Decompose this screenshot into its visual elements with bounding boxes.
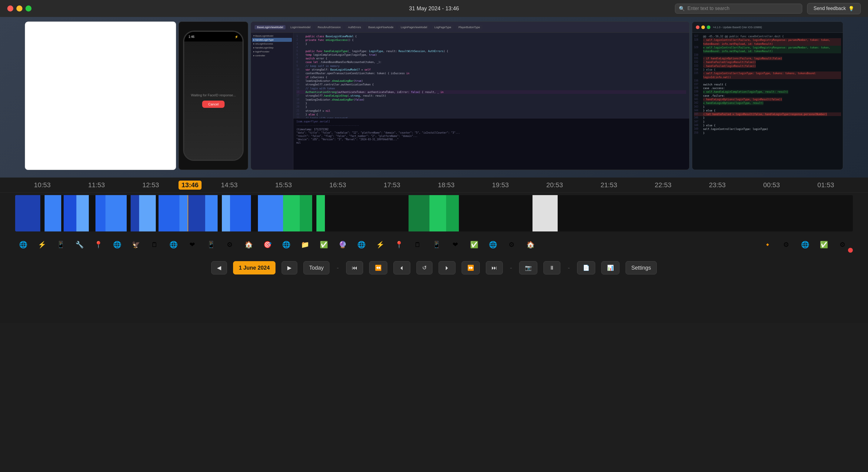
activity-seg <box>158 195 179 231</box>
sidebar-item-1[interactable]: ▾ BaseLoginModel <box>252 34 292 38</box>
activity-timeline[interactable] <box>15 195 853 231</box>
activity-seg <box>258 195 283 231</box>
play-button[interactable]: ▶ <box>282 261 297 275</box>
fast-fwd-button[interactable]: ⏩ <box>462 261 480 275</box>
main-content-area: 1:46 ⚡ Waiting for FaceID response... Ca… <box>0 17 868 178</box>
xcode-editor-window: BaseLoginViewModel LoginViewModel Result… <box>251 22 689 170</box>
prev-button[interactable]: ◀ <box>211 261 227 275</box>
send-feedback-label: Send feedback <box>813 6 846 11</box>
app-icon-13: 🏠 <box>241 237 256 253</box>
app-icon-26: 🌐 <box>485 237 501 253</box>
src-code-body[interactable]: 327@@ -45,-56,32 @@ public func caseOnCo… <box>692 33 843 170</box>
app-icon-25: ✅ <box>466 237 482 253</box>
app-icon-11: 📱 <box>203 237 219 253</box>
xcode-tab-5[interactable]: BaseLoginFlowNode <box>366 25 396 29</box>
today-label: Today <box>309 265 324 271</box>
sim-cancel-btn[interactable]: Cancel <box>202 101 224 108</box>
activity-seg <box>89 195 95 231</box>
app-icon-19: 🌐 <box>353 237 369 253</box>
separator-1: - <box>336 264 340 272</box>
timestamps-row: 10:53 11:53 12:53 13:46 14:53 15:53 16:5… <box>0 178 868 193</box>
app-icon-6: 🌐 <box>109 237 125 253</box>
activity-seg <box>408 195 430 231</box>
settings-label: Settings <box>631 265 651 271</box>
camera-icon: 📷 <box>525 264 532 271</box>
date-button[interactable]: 1 June 2024 <box>233 261 276 275</box>
ts-1853: 18:53 <box>419 181 473 189</box>
app-icons-row: 🌐 ⚡ 📱 🔧 📍 🌐 🦅 🗒 🌐 ❤ 📱 ⚙ 🏠 🎯 🌐 📁 ✅ 🔮 🌐 ⚡ … <box>0 234 868 256</box>
activity-seg <box>139 195 156 231</box>
xcode-tab-3[interactable]: ResultAuthSession <box>315 25 343 29</box>
xcode-tab-active[interactable]: BaseLoginViewModel <box>255 25 285 29</box>
activity-seg <box>312 195 316 231</box>
activity-seg <box>131 195 139 231</box>
activity-seg <box>156 195 158 231</box>
close-button[interactable] <box>7 5 13 11</box>
step-fwd-icon: ⏵ <box>444 265 450 271</box>
rewind-button[interactable]: ⏪ <box>369 261 387 275</box>
step-back-icon: ⏴ <box>399 265 405 271</box>
sidebar-item-active[interactable]: ▸ handleLoginType <box>252 38 292 42</box>
red-recording-dot <box>848 248 853 253</box>
activity-seg <box>251 195 258 231</box>
src-toolbar: +4.1.0 - Update BaseID (Ver IOS-10989) <box>692 22 843 33</box>
app-icon-with-badge: ⚙ <box>835 237 853 253</box>
refresh-button[interactable]: ↺ <box>416 261 433 275</box>
xcode-tab-8[interactable]: PlayerButtonType <box>456 25 483 29</box>
pause-button[interactable]: ⏸ <box>544 261 560 275</box>
xcode-tab-6[interactable]: LoginPageViewModel <box>398 25 430 29</box>
simulator-status-bar: 1:46 ⚡ <box>184 32 243 41</box>
app-icon-r4: ✅ <box>816 237 832 253</box>
doc-button[interactable]: 📄 <box>577 261 595 275</box>
source-code-window: +4.1.0 - Update BaseID (Ver IOS-10989) 3… <box>692 22 843 170</box>
camera-button[interactable]: 📷 <box>519 261 537 275</box>
ts-2353: 23:53 <box>690 181 744 189</box>
app-icon-28: 🏠 <box>523 237 538 253</box>
playback-controls: ◀ 1 June 2024 ▶ Today - ⏮ ⏪ ⏴ ↺ ⏵ ⏩ <box>0 256 868 280</box>
maximize-button[interactable] <box>26 5 32 11</box>
activity-seg-white <box>532 195 558 231</box>
activity-seg <box>76 195 89 231</box>
search-box[interactable]: 🔍 <box>675 4 802 13</box>
activity-seg <box>205 195 218 231</box>
activity-seg <box>95 195 105 231</box>
sidebar-item-3[interactable]: ▸ handleLoginStep <box>252 46 292 50</box>
search-input[interactable] <box>687 6 798 11</box>
step-back-button[interactable]: ⏴ <box>393 261 410 275</box>
ts-1753: 17:53 <box>365 181 419 189</box>
ts-0153: 01:53 <box>799 181 853 189</box>
title-bar-right: 🔍 Send feedback 💡 <box>675 3 861 14</box>
activity-seg <box>325 195 367 231</box>
ts-1153: 11:53 <box>69 181 124 189</box>
xcode-tab-4[interactable]: AuthErrors <box>345 25 363 29</box>
skip-start-button[interactable]: ⏮ <box>346 261 363 275</box>
activity-seg <box>466 195 491 231</box>
ts-1346-active[interactable]: 13:46 <box>179 181 202 190</box>
xcode-sidebar: ▾ BaseLoginModel ▸ handleLoginType ▸ onL… <box>251 33 293 170</box>
app-icon-23: 📱 <box>429 237 444 253</box>
activity-seg <box>283 195 300 231</box>
sidebar-item-5[interactable]: ▸ controller <box>252 54 292 58</box>
app-icon-17: ✅ <box>316 237 332 253</box>
chart-button[interactable]: 📊 <box>601 261 619 275</box>
send-feedback-button[interactable]: Send feedback 💡 <box>807 3 861 14</box>
sidebar-item-2[interactable]: ▸ onLoginSuccess <box>252 42 292 46</box>
skip-end-button[interactable]: ⏭ <box>486 261 503 275</box>
today-button[interactable]: Today <box>303 261 330 275</box>
xcode-code-panel: 1public class BaseLoginViewModel { 2 pri… <box>293 33 689 170</box>
separator-3: - <box>566 264 571 272</box>
refresh-icon: ↺ <box>422 264 427 271</box>
xcode-tab-2[interactable]: LoginViewModel <box>288 25 313 29</box>
code-editor-main[interactable]: 1public class BaseLoginViewModel { 2 pri… <box>293 33 689 118</box>
sim-battery: ⚡ <box>235 35 238 38</box>
sidebar-item-4[interactable]: ▸ loginProvider <box>252 50 292 54</box>
ts-1053: 10:53 <box>15 181 69 189</box>
separator-2: - <box>509 264 514 272</box>
step-fwd-button[interactable]: ⏵ <box>438 261 456 275</box>
minimize-button[interactable] <box>17 5 23 11</box>
search-icon: 🔍 <box>679 6 685 11</box>
app-icon-24: ❤ <box>447 237 463 253</box>
sim-waiting-text: Waiting for FaceID response... <box>191 93 236 97</box>
xcode-tab-7[interactable]: LogPageType <box>432 25 454 29</box>
settings-button[interactable]: Settings <box>625 261 657 275</box>
